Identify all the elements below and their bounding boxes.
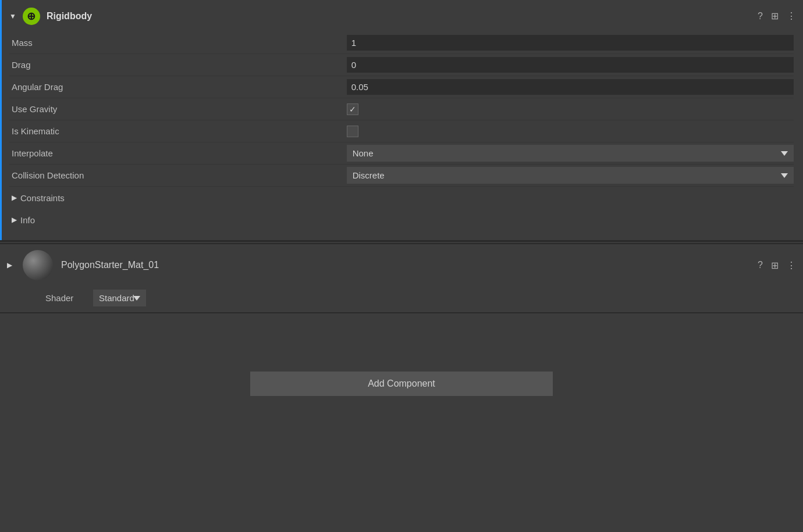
- rigidbody-icon-container: [22, 7, 41, 26]
- drag-row: Drag: [9, 54, 794, 76]
- bottom-spacer: [0, 313, 803, 360]
- angular-drag-value: [347, 79, 794, 95]
- rigidbody-title: Rigidbody: [47, 11, 92, 22]
- interpolate-value: None Interpolate Extrapolate: [347, 145, 794, 162]
- shader-dropdown-wrapper: Standard Unlit/Color Diffuse: [93, 290, 796, 306]
- info-row[interactable]: ▶ Info: [9, 209, 794, 231]
- collision-detection-row: Collision Detection Discrete Continuous …: [9, 165, 794, 187]
- material-header-right: ? ⊞ ⋮: [758, 260, 796, 271]
- shader-label: Shader: [45, 293, 86, 303]
- is-kinematic-value: [347, 126, 794, 137]
- add-component-area: Add Component: [0, 360, 803, 408]
- shader-row: Shader Standard Unlit/Color Diffuse: [0, 286, 803, 312]
- is-kinematic-label: Is Kinematic: [9, 126, 347, 136]
- is-kinematic-row: Is Kinematic: [9, 120, 794, 142]
- mass-value: [347, 35, 794, 51]
- use-gravity-row: Use Gravity: [9, 98, 794, 120]
- collision-detection-value: Discrete Continuous Continuous Dynamic C…: [347, 167, 794, 184]
- info-expand-icon: ▶: [12, 216, 17, 224]
- rigidbody-section: ▼ Rigidbody ? ⊞ ⋮ Mass Dr: [0, 0, 803, 241]
- mass-input[interactable]: [347, 35, 794, 51]
- rigidbody-help-icon[interactable]: ?: [758, 11, 763, 22]
- interpolate-label: Interpolate: [9, 148, 347, 158]
- info-label: Info: [20, 215, 35, 225]
- material-help-icon[interactable]: ?: [758, 260, 763, 270]
- material-expand-icon[interactable]: ▶: [7, 261, 12, 269]
- add-component-button[interactable]: Add Component: [250, 372, 553, 396]
- material-settings-icon[interactable]: ⊞: [771, 260, 779, 271]
- rigidbody-header: ▼ Rigidbody ? ⊞ ⋮: [0, 0, 803, 32]
- angular-drag-input[interactable]: [347, 79, 794, 95]
- material-section: ▶ PolygonStarter_Mat_01 ? ⊞ ⋮ Shader Sta…: [0, 243, 803, 312]
- interpolate-row: Interpolate None Interpolate Extrapolate: [9, 142, 794, 165]
- inspector-panel: ▼ Rigidbody ? ⊞ ⋮ Mass Dr: [0, 0, 803, 408]
- constraints-row[interactable]: ▶ Constraints: [9, 187, 794, 209]
- angular-drag-label: Angular Drag: [9, 82, 347, 92]
- rigidbody-settings-icon[interactable]: ⊞: [771, 10, 779, 22]
- use-gravity-label: Use Gravity: [9, 104, 347, 114]
- collision-detection-dropdown[interactable]: Discrete Continuous Continuous Dynamic C…: [347, 167, 794, 184]
- rigidbody-properties: Mass Drag Angular Drag: [0, 32, 803, 240]
- material-header: ▶ PolygonStarter_Mat_01 ? ⊞ ⋮: [0, 244, 803, 286]
- material-title: PolygonStarter_Mat_01: [61, 260, 749, 270]
- rigidbody-header-right: ? ⊞ ⋮: [758, 10, 796, 22]
- use-gravity-value: [347, 103, 794, 115]
- drag-value: [347, 57, 794, 73]
- material-more-icon[interactable]: ⋮: [787, 260, 796, 271]
- section-separator: [0, 241, 803, 242]
- shader-dropdown[interactable]: Standard Unlit/Color Diffuse: [93, 290, 146, 306]
- mass-label: Mass: [9, 38, 347, 48]
- material-icon: [23, 250, 53, 280]
- constraints-label: Constraints: [20, 193, 65, 203]
- rigidbody-header-left: ▼ Rigidbody: [9, 7, 758, 26]
- is-kinematic-checkbox[interactable]: [347, 126, 358, 137]
- drag-label: Drag: [9, 60, 347, 70]
- rigidbody-collapse-arrow[interactable]: ▼: [9, 12, 16, 20]
- angular-drag-row: Angular Drag: [9, 76, 794, 98]
- drag-input[interactable]: [347, 57, 794, 73]
- rigidbody-more-icon[interactable]: ⋮: [787, 10, 796, 22]
- rigidbody-icon: [23, 8, 40, 25]
- collision-detection-label: Collision Detection: [9, 170, 347, 180]
- mass-row: Mass: [9, 32, 794, 54]
- interpolate-dropdown[interactable]: None Interpolate Extrapolate: [347, 145, 794, 162]
- constraints-expand-icon: ▶: [12, 194, 17, 202]
- use-gravity-checkbox[interactable]: [347, 103, 358, 115]
